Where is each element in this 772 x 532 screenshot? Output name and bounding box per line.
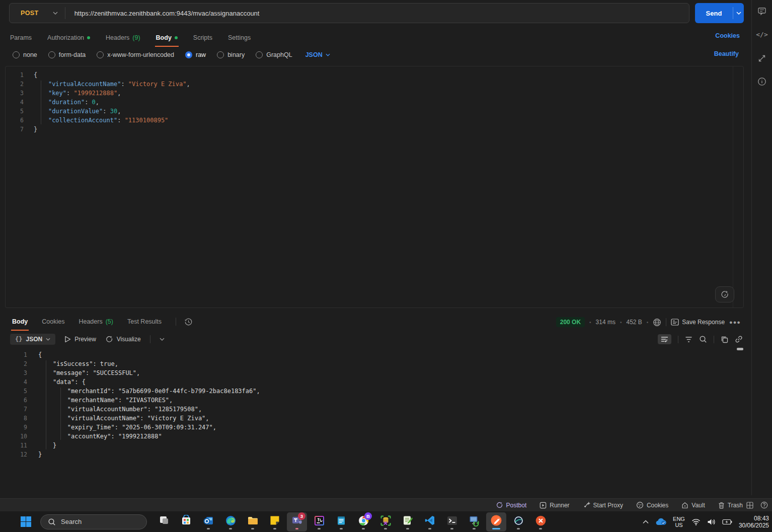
search-in-response-icon[interactable] [699,335,707,343]
code-line: 5 "durationValue": 30, [6,107,743,116]
taskbar-apps: 3B [154,512,551,531]
tab-scripts[interactable]: Scripts [192,32,213,43]
taskbar-app-edge[interactable] [220,512,241,531]
taskbar-app-database-tool[interactable] [375,512,396,531]
intellij-idea-icon [313,514,326,527]
copy-icon[interactable] [721,336,728,343]
link-icon[interactable] [735,335,743,343]
volume-icon[interactable] [707,518,716,525]
body-mode-raw[interactable]: raw [185,51,206,58]
cookies-link[interactable]: Cookies [715,32,740,39]
response-tabs: BodyCookiesHeaders(5)Test Results [11,316,163,327]
statusbar-cookies-button[interactable]: Cookies [636,501,668,509]
taskbar-app-notepad[interactable] [331,512,351,531]
statusbar-trash-button[interactable]: Trash [718,502,743,509]
response-tab-test-results[interactable]: Test Results [126,316,163,327]
response-body-viewer[interactable]: 1{2 "isSuccess": true,3 "message": "SUCC… [5,347,744,468]
scrollbar-handle[interactable] [737,348,743,350]
preview-button[interactable]: Preview [64,336,96,343]
response-tab-body[interactable]: Body [11,316,29,327]
send-button[interactable]: Send [695,3,733,23]
filter-icon[interactable] [685,336,692,343]
swap-arrows-icon[interactable] [758,54,766,62]
separator-dot: • [620,320,622,325]
body-mode-none[interactable]: none [13,51,37,58]
network-globe-icon[interactable] [653,318,661,327]
onedrive-icon[interactable] [655,518,666,525]
search-placeholder: Search [61,518,82,525]
battery-icon[interactable] [722,519,732,525]
hidden-icons-chevron[interactable] [643,520,649,524]
response-format-select[interactable]: {} JSON [10,334,55,345]
taskbar-app-task-view[interactable] [154,512,174,531]
running-indicator [163,528,166,529]
tab-headers[interactable]: Headers(9) [105,32,141,43]
beautify-link[interactable]: Beautify [714,50,739,57]
tab-settings[interactable]: Settings [227,32,252,43]
taskbar-app-outlook[interactable] [198,512,218,531]
chevron-down-icon[interactable] [160,338,165,341]
language-indicator[interactable]: ENG US [673,516,685,528]
help-icon[interactable] [760,501,768,509]
database-tool-icon [379,514,392,527]
code-icon[interactable]: </> [756,31,767,38]
request-body-editor[interactable]: 1{2 "virtualAccountName": "Victory E Ziv… [5,66,744,308]
start-button[interactable] [20,516,32,527]
taskbar-app-microsoft-store[interactable] [176,512,196,531]
body-mode-graphql[interactable]: GraphQL [256,51,292,58]
url-input[interactable]: https://zenithmvac.zenithbank.com:9443/m… [74,10,260,17]
statusbar-runner-button[interactable]: Runner [539,502,569,509]
body-mode-binary[interactable]: binary [217,51,245,58]
code-text: "message": "SUCCESSFUL", [38,368,140,377]
taskbar-app-vscode[interactable] [420,512,440,531]
request-tabs: ParamsAuthorizationHeaders(9)BodyScripts… [9,30,252,45]
save-response-button[interactable]: Save Response [671,319,725,326]
taskbar-app-chrome[interactable]: B [353,512,373,531]
panel-layout-icon[interactable] [746,502,753,509]
statusbar-start-proxy-button[interactable]: Start Proxy [583,501,623,509]
tab-authorization[interactable]: Authorization [46,32,91,43]
body-mode-x-www-form-urlencoded[interactable]: x-www-form-urlencoded [97,51,174,58]
taskbar-app-file-explorer[interactable] [243,512,263,531]
response-tab-cookies[interactable]: Cookies [41,316,65,327]
wifi-icon[interactable] [691,518,701,525]
more-options-icon[interactable]: ●●● [729,319,741,325]
comments-icon[interactable] [757,7,766,16]
search-input[interactable]: Search [40,514,147,529]
raw-language-select[interactable]: JSON [305,51,330,58]
statusbar-right [746,501,768,509]
info-icon[interactable] [757,77,766,86]
statusbar-postbot-button[interactable]: Postbot [496,501,527,509]
taskbar-app-teams[interactable]: 3 [287,512,307,531]
response-tab-headers[interactable]: Headers(5) [78,316,114,327]
body-mode-form-data[interactable]: form-data [48,51,86,58]
taskbar-app-sticky-notes[interactable] [265,512,285,531]
taskbar-app-terminal[interactable] [442,512,462,531]
send-options-button[interactable] [733,3,744,23]
response-size: 452 B [626,319,642,326]
history-icon[interactable] [184,318,193,326]
mode-label: raw [196,51,206,58]
taskbar-app-globe-app[interactable] [508,512,528,531]
taskbar-app-postman[interactable] [486,512,506,531]
radio-icon [217,51,224,58]
taskbar-app-intellij-idea[interactable] [309,512,329,531]
save-icon [671,319,679,326]
clock-date[interactable]: 08:43 30/06/2025 [739,515,769,529]
file-explorer-icon [247,514,259,527]
taskbar-app-remote-desktop[interactable] [464,512,484,531]
tab-label: Params [10,34,32,41]
tray-date: 30/06/2025 [739,522,769,529]
code-text: "key": "1999212888", [34,89,121,98]
taskbar-app-app-close[interactable] [530,512,551,531]
tab-params[interactable]: Params [9,32,33,43]
tab-body[interactable]: Body [155,32,179,43]
taskbar-app-notepad-plus-plus[interactable] [398,512,418,531]
postbot-ai-button[interactable] [715,286,734,302]
visualize-button[interactable]: Visualize [105,335,141,343]
statusbar-vault-button[interactable]: Vault [681,502,705,509]
statusbar-label: Vault [691,502,705,509]
response-meta: 200 OK • 314 ms • 452 B • Save Response … [556,316,741,328]
wrap-lines-button[interactable] [658,334,671,344]
method-selector[interactable]: POST [10,10,65,17]
